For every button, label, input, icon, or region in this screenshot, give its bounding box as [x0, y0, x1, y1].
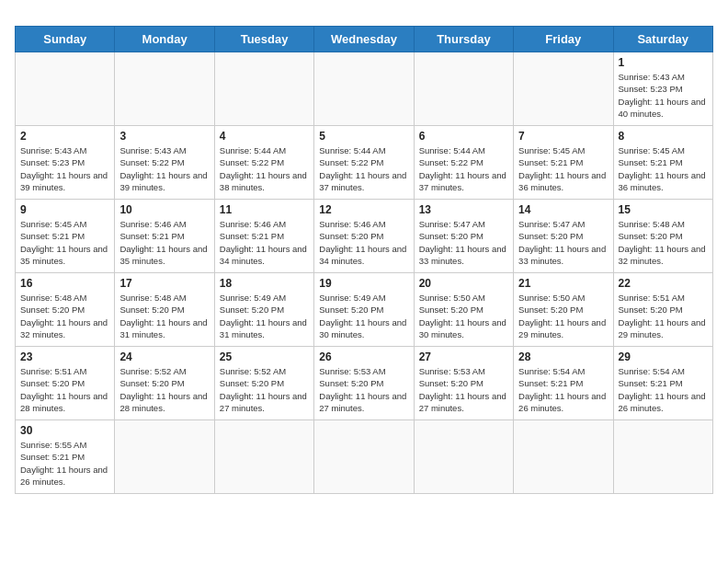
calendar-cell: 20Sunrise: 5:50 AM Sunset: 5:20 PM Dayli…: [414, 273, 513, 347]
calendar-cell: 25Sunrise: 5:52 AM Sunset: 5:20 PM Dayli…: [214, 347, 313, 420]
day-number: 18: [220, 277, 309, 290]
cell-info-text: Sunrise: 5:54 AM Sunset: 5:21 PM Dayligh…: [518, 365, 608, 414]
calendar-cell: 11Sunrise: 5:46 AM Sunset: 5:21 PM Dayli…: [214, 200, 313, 273]
calendar-cell: 10Sunrise: 5:46 AM Sunset: 5:21 PM Dayli…: [115, 200, 214, 273]
cell-info-text: Sunrise: 5:50 AM Sunset: 5:20 PM Dayligh…: [518, 292, 608, 340]
calendar-cell: 17Sunrise: 5:48 AM Sunset: 5:20 PM Dayli…: [115, 273, 214, 347]
day-number: 26: [319, 350, 408, 363]
calendar-cell: [414, 52, 513, 126]
calendar-cell: 4Sunrise: 5:44 AM Sunset: 5:22 PM Daylig…: [214, 126, 313, 200]
calendar-cell: 29Sunrise: 5:54 AM Sunset: 5:21 PM Dayli…: [613, 347, 712, 420]
cell-info-text: Sunrise: 5:48 AM Sunset: 5:20 PM Dayligh…: [619, 218, 708, 267]
day-number: 12: [319, 203, 408, 216]
day-number: 9: [20, 203, 109, 216]
calendar-cell: [115, 52, 214, 126]
weekday-header-row: SundayMondayTuesdayWednesdayThursdayFrid…: [16, 27, 713, 52]
weekday-header-saturday: Saturday: [613, 27, 712, 52]
weekday-header-monday: Monday: [115, 27, 214, 52]
calendar-cell: [514, 52, 613, 126]
cell-info-text: Sunrise: 5:44 AM Sunset: 5:22 PM Dayligh…: [419, 144, 508, 193]
day-number: 16: [20, 277, 109, 290]
calendar-cell: 15Sunrise: 5:48 AM Sunset: 5:20 PM Dayli…: [613, 200, 712, 273]
day-number: 19: [319, 277, 408, 290]
cell-info-text: Sunrise: 5:45 AM Sunset: 5:21 PM Dayligh…: [518, 144, 608, 193]
calendar-cell: 27Sunrise: 5:53 AM Sunset: 5:20 PM Dayli…: [414, 347, 513, 420]
day-number: 6: [419, 130, 508, 143]
calendar-table: SundayMondayTuesdayWednesdayThursdayFrid…: [15, 26, 713, 494]
cell-info-text: Sunrise: 5:45 AM Sunset: 5:21 PM Dayligh…: [20, 218, 109, 267]
calendar-cell: [314, 52, 414, 126]
cell-info-text: Sunrise: 5:54 AM Sunset: 5:21 PM Dayligh…: [619, 365, 708, 414]
cell-info-text: Sunrise: 5:43 AM Sunset: 5:23 PM Dayligh…: [20, 144, 109, 193]
cell-info-text: Sunrise: 5:43 AM Sunset: 5:22 PM Dayligh…: [119, 144, 209, 193]
day-number: 3: [119, 130, 209, 143]
calendar-cell: 18Sunrise: 5:49 AM Sunset: 5:20 PM Dayli…: [214, 273, 313, 347]
calendar-cell: [214, 420, 313, 494]
day-number: 17: [119, 277, 209, 290]
cell-info-text: Sunrise: 5:44 AM Sunset: 5:22 PM Dayligh…: [319, 144, 408, 193]
weekday-header-thursday: Thursday: [414, 27, 513, 52]
cell-info-text: Sunrise: 5:43 AM Sunset: 5:23 PM Dayligh…: [619, 71, 708, 120]
calendar-week-row-5: 23Sunrise: 5:51 AM Sunset: 5:20 PM Dayli…: [16, 347, 713, 420]
calendar-cell: 21Sunrise: 5:50 AM Sunset: 5:20 PM Dayli…: [514, 273, 613, 347]
calendar-week-row-1: 1Sunrise: 5:43 AM Sunset: 5:23 PM Daylig…: [16, 52, 713, 126]
calendar-cell: 7Sunrise: 5:45 AM Sunset: 5:21 PM Daylig…: [514, 126, 613, 200]
day-number: 21: [518, 277, 608, 290]
cell-info-text: Sunrise: 5:48 AM Sunset: 5:20 PM Dayligh…: [119, 292, 209, 340]
weekday-header-tuesday: Tuesday: [214, 27, 313, 52]
day-number: 13: [419, 203, 508, 216]
day-number: 24: [119, 350, 209, 363]
calendar-cell: 22Sunrise: 5:51 AM Sunset: 5:20 PM Dayli…: [613, 273, 712, 347]
day-number: 4: [220, 130, 309, 143]
calendar-cell: 2Sunrise: 5:43 AM Sunset: 5:23 PM Daylig…: [16, 126, 115, 200]
day-number: 11: [220, 203, 309, 216]
calendar-cell: 1Sunrise: 5:43 AM Sunset: 5:23 PM Daylig…: [613, 52, 712, 126]
day-number: 29: [619, 350, 708, 363]
calendar-week-row-4: 16Sunrise: 5:48 AM Sunset: 5:20 PM Dayli…: [16, 273, 713, 347]
cell-info-text: Sunrise: 5:47 AM Sunset: 5:20 PM Dayligh…: [518, 218, 608, 267]
day-number: 5: [319, 130, 408, 143]
calendar-cell: 24Sunrise: 5:52 AM Sunset: 5:20 PM Dayli…: [115, 347, 214, 420]
calendar-week-row-6: 30Sunrise: 5:55 AM Sunset: 5:21 PM Dayli…: [16, 420, 713, 494]
day-number: 15: [619, 203, 708, 216]
day-number: 25: [220, 350, 309, 363]
cell-info-text: Sunrise: 5:46 AM Sunset: 5:21 PM Dayligh…: [119, 218, 209, 267]
weekday-header-friday: Friday: [514, 27, 613, 52]
calendar-cell: 28Sunrise: 5:54 AM Sunset: 5:21 PM Dayli…: [514, 347, 613, 420]
calendar-cell: 14Sunrise: 5:47 AM Sunset: 5:20 PM Dayli…: [514, 200, 613, 273]
calendar-cell: 12Sunrise: 5:46 AM Sunset: 5:20 PM Dayli…: [314, 200, 414, 273]
calendar-cell: 19Sunrise: 5:49 AM Sunset: 5:20 PM Dayli…: [314, 273, 414, 347]
calendar-cell: 16Sunrise: 5:48 AM Sunset: 5:20 PM Dayli…: [16, 273, 115, 347]
calendar-cell: 30Sunrise: 5:55 AM Sunset: 5:21 PM Dayli…: [16, 420, 115, 494]
day-number: 20: [419, 277, 508, 290]
cell-info-text: Sunrise: 5:53 AM Sunset: 5:20 PM Dayligh…: [319, 365, 408, 414]
day-number: 14: [518, 203, 608, 216]
cell-info-text: Sunrise: 5:53 AM Sunset: 5:20 PM Dayligh…: [419, 365, 508, 414]
day-number: 1: [619, 56, 708, 69]
day-number: 10: [119, 203, 209, 216]
day-number: 28: [518, 350, 608, 363]
calendar-cell: 13Sunrise: 5:47 AM Sunset: 5:20 PM Dayli…: [414, 200, 513, 273]
calendar-cell: 5Sunrise: 5:44 AM Sunset: 5:22 PM Daylig…: [314, 126, 414, 200]
day-number: 8: [619, 130, 708, 143]
cell-info-text: Sunrise: 5:51 AM Sunset: 5:20 PM Dayligh…: [619, 292, 708, 340]
cell-info-text: Sunrise: 5:45 AM Sunset: 5:21 PM Dayligh…: [619, 144, 708, 193]
cell-info-text: Sunrise: 5:50 AM Sunset: 5:20 PM Dayligh…: [419, 292, 508, 340]
cell-info-text: Sunrise: 5:46 AM Sunset: 5:21 PM Dayligh…: [220, 218, 309, 267]
calendar-cell: [514, 420, 613, 494]
calendar-cell: 6Sunrise: 5:44 AM Sunset: 5:22 PM Daylig…: [414, 126, 513, 200]
day-number: 2: [20, 130, 109, 143]
day-number: 22: [619, 277, 708, 290]
weekday-header-sunday: Sunday: [16, 27, 115, 52]
calendar-cell: 8Sunrise: 5:45 AM Sunset: 5:21 PM Daylig…: [613, 126, 712, 200]
calendar-week-row-2: 2Sunrise: 5:43 AM Sunset: 5:23 PM Daylig…: [16, 126, 713, 200]
calendar-cell: [115, 420, 214, 494]
calendar-cell: 26Sunrise: 5:53 AM Sunset: 5:20 PM Dayli…: [314, 347, 414, 420]
weekday-header-wednesday: Wednesday: [314, 27, 414, 52]
day-number: 7: [518, 130, 608, 143]
calendar-week-row-3: 9Sunrise: 5:45 AM Sunset: 5:21 PM Daylig…: [16, 200, 713, 273]
cell-info-text: Sunrise: 5:47 AM Sunset: 5:20 PM Dayligh…: [419, 218, 508, 267]
cell-info-text: Sunrise: 5:46 AM Sunset: 5:20 PM Dayligh…: [319, 218, 408, 267]
calendar-cell: [414, 420, 513, 494]
cell-info-text: Sunrise: 5:51 AM Sunset: 5:20 PM Dayligh…: [20, 365, 109, 414]
